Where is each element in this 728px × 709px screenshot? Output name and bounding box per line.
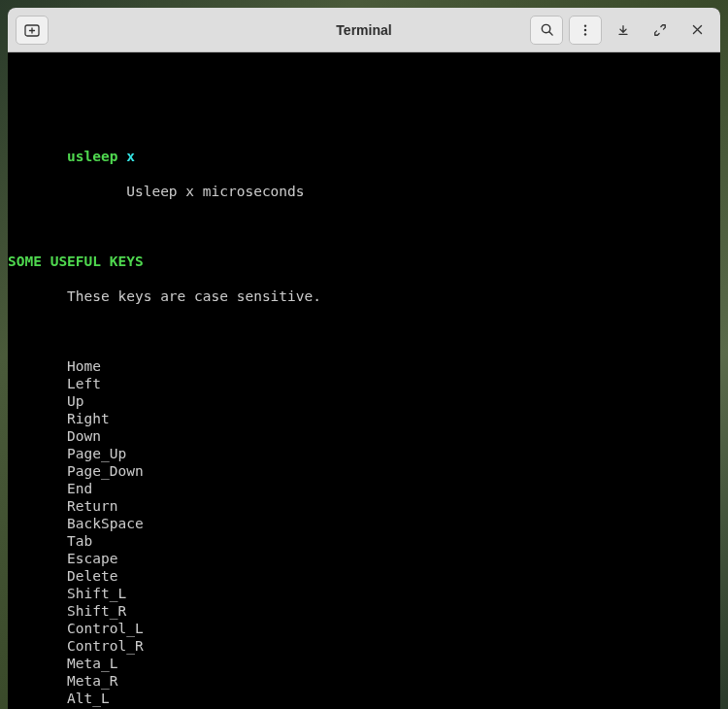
- man-key-line: Delete: [8, 567, 720, 585]
- man-key-line: Right: [8, 410, 720, 427]
- new-tab-icon: [24, 22, 40, 38]
- man-key-line: Alt_L: [8, 690, 720, 707]
- man-key-line: Meta_L: [8, 655, 720, 672]
- man-line: Usleep x microseconds: [8, 183, 720, 200]
- man-key-line: Up: [8, 392, 720, 410]
- minimize-icon: [616, 23, 630, 37]
- man-key-line: Home: [8, 357, 720, 375]
- terminal-window: Terminal: [8, 8, 720, 709]
- search-icon: [540, 22, 554, 37]
- man-key-line: Meta_R: [8, 672, 720, 690]
- svg-point-3: [584, 24, 586, 26]
- maximize-button[interactable]: [645, 16, 676, 45]
- man-key-line: BackSpace: [8, 515, 720, 532]
- man-line: usleep x: [8, 148, 720, 165]
- man-line: These keys are case sensitive.: [8, 287, 720, 305]
- man-line: [8, 113, 720, 130]
- menu-button[interactable]: [569, 16, 602, 45]
- minimize-button[interactable]: [608, 16, 639, 45]
- kebab-menu-icon: [579, 23, 592, 37]
- man-key-line: Left: [8, 375, 720, 392]
- man-cmd-arg: x: [126, 149, 135, 164]
- man-key-line: End: [8, 480, 720, 497]
- man-line: [8, 322, 720, 340]
- new-tab-button[interactable]: [16, 16, 49, 45]
- man-line: [8, 218, 720, 235]
- man-key-line: Down: [8, 427, 720, 445]
- man-key-line: Tab: [8, 532, 720, 550]
- man-key-line: Shift_R: [8, 602, 720, 620]
- svg-line-2: [548, 32, 551, 35]
- terminal-content: usleep x Usleep x microseconds SOME USEF…: [8, 87, 720, 709]
- man-key-line: Return: [8, 497, 720, 515]
- man-key-line: Control_R: [8, 637, 720, 655]
- terminal-viewport[interactable]: usleep x Usleep x microseconds SOME USEF…: [8, 52, 720, 709]
- man-key-line: Shift_L: [8, 585, 720, 602]
- titlebar: Terminal: [8, 8, 720, 52]
- man-key-line: Control_L: [8, 620, 720, 637]
- man-key-line: Escape: [8, 550, 720, 567]
- svg-point-5: [584, 33, 586, 35]
- man-cmd-name: usleep: [67, 149, 117, 164]
- close-icon: [691, 23, 704, 36]
- search-button[interactable]: [530, 16, 563, 45]
- maximize-icon: [653, 23, 667, 37]
- man-key-line: Page_Down: [8, 462, 720, 480]
- man-cmd-desc: Usleep x microseconds: [126, 184, 304, 199]
- man-key-line: Page_Up: [8, 445, 720, 462]
- close-button[interactable]: [681, 16, 712, 45]
- svg-point-4: [584, 28, 586, 30]
- man-section-header: SOME USEFUL KEYS: [8, 253, 720, 270]
